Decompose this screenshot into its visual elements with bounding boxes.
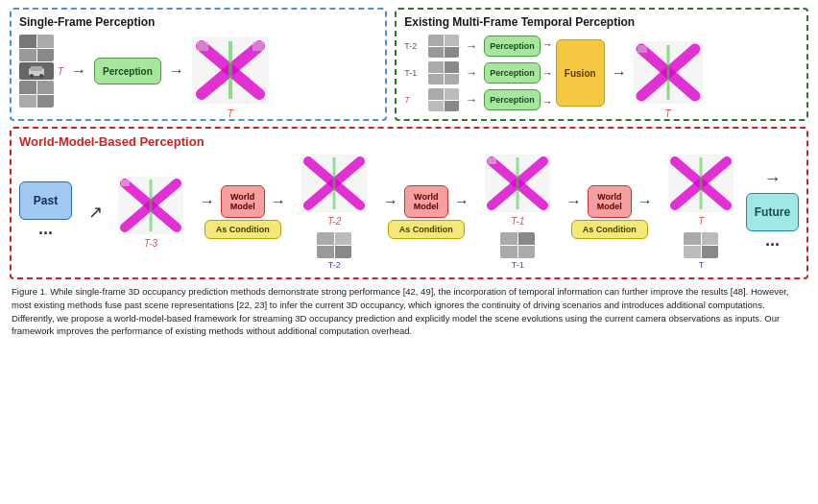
fusion-section: → → → Fusion → bbox=[542, 38, 703, 108]
wm-content: Past ··· ↗ T-3 → WorldMo bbox=[19, 155, 799, 270]
camera-stack-single bbox=[19, 35, 54, 108]
future-section: → Future ··· bbox=[746, 169, 799, 255]
arrow-past: ↗ bbox=[84, 202, 107, 223]
single-t1: T bbox=[58, 66, 63, 77]
t1-bev-label: T-1 bbox=[511, 216, 524, 227]
cam-t1-grid bbox=[500, 232, 535, 258]
mf-label-t1: T-1 bbox=[404, 68, 425, 78]
past-section: Past ··· bbox=[19, 181, 72, 244]
t-wm-label: T bbox=[698, 216, 704, 227]
mf-rows: T-2 → Perception T-1 bbox=[404, 35, 541, 111]
svg-rect-28 bbox=[488, 157, 496, 164]
world-model-box-1: WorldModel bbox=[221, 185, 265, 218]
wm-box-3: → WorldModel → As Condition bbox=[563, 185, 657, 239]
arr-wm3-out: → bbox=[634, 193, 657, 210]
cam-t-wm: T bbox=[684, 232, 718, 270]
wm-arrow-box-3: → WorldModel → bbox=[563, 185, 657, 218]
world-model-panel: World-Model-Based Perception Past ··· ↗ … bbox=[10, 127, 808, 279]
bev-t2 bbox=[301, 155, 367, 212]
fusion-out-arrow: → bbox=[608, 64, 631, 82]
mf-row-t: T → Perception bbox=[404, 88, 541, 111]
single-t-label-left: T bbox=[58, 66, 63, 77]
future-box: Future bbox=[746, 193, 799, 231]
svg-rect-9 bbox=[253, 41, 264, 51]
perception-t: Perception bbox=[484, 89, 541, 110]
mf-label-t: T bbox=[404, 95, 425, 105]
wm-arrow-box-2: → WorldModel → bbox=[379, 185, 473, 218]
wm-unit-t3: T-3 bbox=[118, 177, 183, 249]
single-frame-panel: Single-Frame Perception bbox=[10, 8, 387, 121]
wm-box-2: → WorldModel → As Condition bbox=[379, 185, 473, 239]
world-model-title: World-Model-Based Perception bbox=[19, 134, 799, 149]
dots-right: ··· bbox=[765, 235, 780, 255]
mf-t-bottom: T bbox=[665, 108, 671, 119]
svg-rect-14 bbox=[638, 45, 647, 53]
svg-rect-19 bbox=[121, 180, 130, 186]
bev-single-wrap: T bbox=[192, 36, 269, 106]
single-frame-title: Single-Frame Perception bbox=[19, 15, 377, 29]
svg-point-3 bbox=[39, 74, 43, 78]
cam-t1-label: T-1 bbox=[500, 258, 535, 270]
car-icon-single bbox=[19, 62, 54, 80]
cam-t2-wm: T-2 bbox=[317, 232, 351, 270]
cam-top bbox=[19, 35, 54, 61]
cam-t1-wm: T-1 bbox=[500, 232, 535, 270]
mf-arrow-t2: → bbox=[462, 39, 481, 53]
single-frame-content: T → Perception → bbox=[19, 35, 377, 108]
past-box: Past bbox=[19, 181, 72, 220]
fusion-box: Fusion bbox=[556, 39, 605, 107]
arr-wm1-out: → bbox=[267, 193, 290, 210]
mf-row-t2: T-2 → Perception bbox=[404, 35, 541, 58]
mf-arrow-t: → bbox=[462, 93, 481, 107]
arrow-future: → bbox=[759, 169, 784, 189]
bev-t3 bbox=[118, 177, 183, 234]
wm-unit-t: T T bbox=[668, 155, 734, 270]
top-row: Single-Frame Perception bbox=[10, 8, 808, 121]
bev-t1 bbox=[485, 155, 550, 212]
arrow-1: → bbox=[67, 62, 90, 80]
perception-box-single: Perception bbox=[94, 58, 161, 84]
perception-t2: Perception bbox=[484, 36, 541, 57]
arr-wm3: → bbox=[563, 193, 586, 210]
arr-t2-fusion: → bbox=[542, 38, 553, 50]
cam-t-grid bbox=[684, 232, 718, 258]
wm-unit-t2: T-2 T-2 bbox=[301, 155, 367, 270]
wm-arrow-box-1: → WorldModel → bbox=[196, 185, 290, 218]
bev-multi bbox=[634, 41, 703, 104]
arr-wm2: → bbox=[379, 193, 402, 210]
arr-wm2-out: → bbox=[450, 193, 473, 210]
multi-frame-title: Existing Multi-Frame Temporal Perception bbox=[404, 15, 799, 29]
as-condition-2: As Condition bbox=[388, 220, 465, 239]
as-condition-3: As Condition bbox=[571, 220, 648, 239]
bev-multi-wrap: T bbox=[634, 41, 703, 106]
svg-rect-8 bbox=[197, 41, 208, 51]
multi-frame-panel: Existing Multi-Frame Temporal Perception… bbox=[395, 8, 808, 121]
arr-wm1: → bbox=[196, 193, 219, 210]
cam-t2-label: T-2 bbox=[317, 258, 351, 270]
cam-bottom bbox=[19, 81, 54, 108]
single-t2: T bbox=[228, 108, 233, 119]
as-condition-1: As Condition bbox=[204, 220, 281, 239]
t3-label: T-3 bbox=[144, 238, 157, 249]
cam-t-label: T bbox=[684, 258, 718, 270]
world-model-box-3: WorldModel bbox=[588, 185, 632, 218]
mf-row-t1: T-1 → Perception bbox=[404, 61, 541, 84]
dots-left: ··· bbox=[38, 224, 53, 244]
caption: Figure 1. While single-frame 3D occupanc… bbox=[10, 285, 808, 338]
multi-frame-content: T-2 → Perception T-1 bbox=[404, 35, 799, 111]
mf-arrow-t1: → bbox=[462, 66, 481, 80]
caption-text: Figure 1. While single-frame 3D occupanc… bbox=[12, 286, 788, 336]
mf-label-t2: T-2 bbox=[404, 41, 425, 51]
main-container: Single-Frame Perception bbox=[0, 0, 818, 344]
bev-single bbox=[192, 36, 269, 104]
t2-bev-label: T-2 bbox=[327, 216, 341, 227]
arr-t-fusion: → bbox=[542, 96, 553, 108]
cam-t bbox=[428, 88, 459, 111]
arr-t1-fusion: → bbox=[542, 67, 553, 79]
cam-t1 bbox=[428, 61, 459, 84]
svg-point-2 bbox=[30, 74, 34, 78]
arrows-to-fusion: → → → bbox=[542, 38, 553, 108]
cam-t2 bbox=[428, 35, 459, 58]
world-model-box-2: WorldModel bbox=[404, 185, 448, 218]
perception-t1: Perception bbox=[484, 62, 541, 84]
